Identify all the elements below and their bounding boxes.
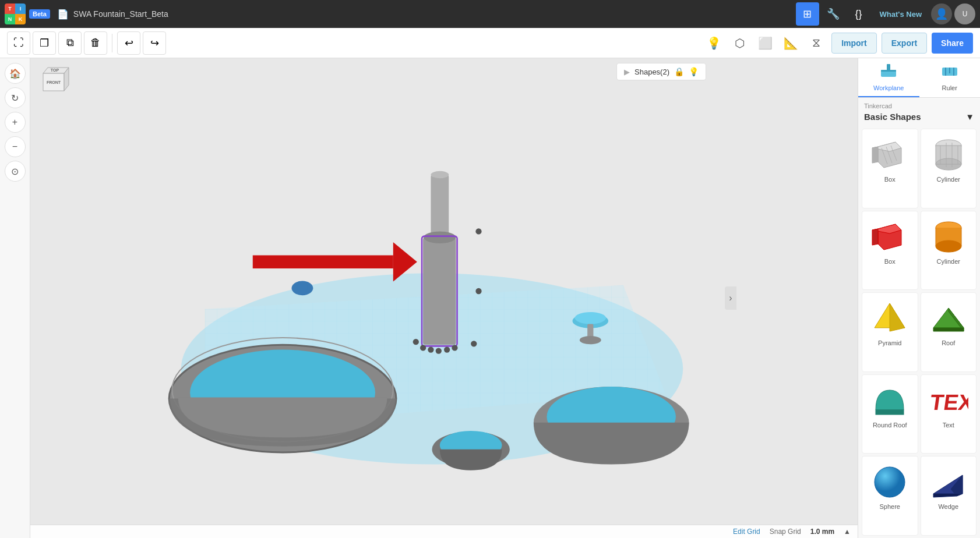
wedge-label: Wedge [938,503,958,510]
svg-point-30 [452,345,457,351]
pyramid-label: Pyramid [878,339,901,346]
logo-i: I [15,3,26,14]
home-btn[interactable]: 🏠 [5,63,26,84]
svg-marker-59 [872,229,878,245]
svg-rect-18 [423,238,456,345]
shape-box-gray[interactable]: Box [862,129,918,208]
logo-t: T [5,3,15,14]
snap-grid-label: Snap Grid [770,528,801,536]
svg-point-28 [436,348,442,353]
logo[interactable]: T I N K [5,3,26,24]
import-button[interactable]: Import [831,33,877,54]
panel-tools: Workplane Ruler [858,58,980,98]
roof-icon [928,296,970,338]
snap-grid-value[interactable]: 1.0 mm [810,528,834,536]
shape-text[interactable]: TEXT Text [921,374,977,454]
toolbar-right: 💡 ⬡ ⬜ 📐 ⧖ Import Export Share [703,33,973,54]
svg-rect-38 [887,64,890,71]
redo-tool[interactable]: ↪ [143,31,166,55]
light-icon[interactable]: 💡 [703,33,724,54]
svg-point-21 [424,231,456,243]
library-brand: Tinkercad [858,98,980,112]
svg-point-27 [428,346,433,352]
svg-point-20 [431,171,449,178]
shape-cylinder-orange[interactable]: Cylinder [921,211,977,291]
svg-point-62 [936,240,961,252]
toolbar-separator [112,34,112,52]
ruler-icon[interactable]: 📐 [780,33,801,54]
svg-text:TEXT: TEXT [929,390,968,415]
workplane-icon[interactable]: ⬜ [755,33,775,54]
svg-point-29 [444,346,450,352]
zoom-out-btn[interactable]: − [5,136,26,157]
logo-k: K [15,14,26,24]
ruler-label: Ruler [942,84,957,91]
svg-point-24 [475,288,481,294]
svg-point-23 [475,228,481,234]
panel-collapse-button[interactable]: › [725,286,736,310]
export-button[interactable]: Export [882,33,927,54]
roof-label: Roof [942,339,955,346]
shapes-grid: Box Cylinder [858,126,980,538]
svg-point-17 [580,336,601,344]
snap-arrow-icon[interactable]: ▲ [844,528,851,536]
right-panel: Workplane Ruler Tinkercad Basic Shapes ▼ [858,58,980,538]
workplane-label: Workplane [873,84,904,91]
cylinder-orange-icon [928,215,970,257]
library-name-label: Basic Shapes [864,112,921,122]
whats-new-button[interactable]: What's New [873,3,929,24]
box-gray-label: Box [884,176,896,183]
shape-round-roof[interactable]: Round Roof [862,374,918,454]
dropdown-arrow-icon: ▼ [965,112,974,122]
left-panel: 🏠 ↻ + − ⊙ [0,58,30,538]
ruler-tool[interactable]: Ruler [919,58,981,97]
tools-btn[interactable]: 🔧 [822,2,845,26]
cylinder-gray-label: Cylinder [937,176,960,183]
cylinder-gray-icon [928,133,970,175]
text-shape-label: Text [943,422,954,429]
grid-view-btn[interactable]: ⊞ [796,2,819,26]
share-button[interactable]: Share [932,33,973,54]
align-icon[interactable]: ⧖ [806,33,827,54]
code-btn[interactable]: {} [847,2,870,26]
svg-rect-34 [253,255,393,268]
sphere-icon [869,460,911,502]
shape-box-red[interactable]: Box [862,211,918,291]
svg-rect-70 [876,410,904,415]
zoom-in-btn[interactable]: + [5,112,26,133]
svg-point-31 [471,341,477,346]
shape-pyramid[interactable]: Pyramid [862,292,918,372]
box-gray-icon [869,133,911,175]
shape-icon[interactable]: ⬡ [729,33,750,54]
svg-marker-66 [890,303,905,331]
pyramid-icon [869,296,911,338]
move-tool[interactable]: ⛶ [7,31,30,55]
beta-badge: Beta [29,9,50,19]
user-button[interactable]: 👤 [931,3,952,24]
copy-tool[interactable]: ⧉ [58,31,82,55]
library-name-dropdown[interactable]: Basic Shapes ▼ [858,112,980,126]
svg-rect-19 [431,175,449,240]
round-roof-label: Round Roof [873,422,907,429]
workplane-tool[interactable]: Workplane [858,58,919,97]
svg-rect-33 [298,284,307,291]
sphere-label: Sphere [880,503,900,510]
topbar: T I N K Beta 📄 SWA Fountain_Start_Beta ⊞… [0,0,980,28]
avatar-button[interactable]: U [954,3,975,24]
duplicate-tool[interactable]: ❐ [33,31,56,55]
edit-grid-label[interactable]: Edit Grid [733,528,760,536]
svg-point-72 [875,467,905,497]
file-icon: 📄 [57,9,69,20]
shape-wedge[interactable]: Wedge [921,456,977,536]
fit-btn[interactable]: ⊙ [5,161,26,182]
shape-sphere[interactable]: Sphere [862,456,918,536]
rotate-btn[interactable]: ↻ [5,87,26,108]
delete-tool[interactable]: 🗑 [84,31,107,55]
logo-area: T I N K Beta [5,3,50,24]
cylinder-orange-label: Cylinder [937,258,960,265]
undo-tool[interactable]: ↩ [117,31,140,55]
shape-cylinder-gray[interactable]: Cylinder [921,129,977,208]
viewport[interactable]: TOP FRONT ▶ Shapes(2) 🔒 💡 [30,58,858,538]
shape-roof[interactable]: Roof [921,292,977,372]
svg-point-25 [413,339,419,345]
